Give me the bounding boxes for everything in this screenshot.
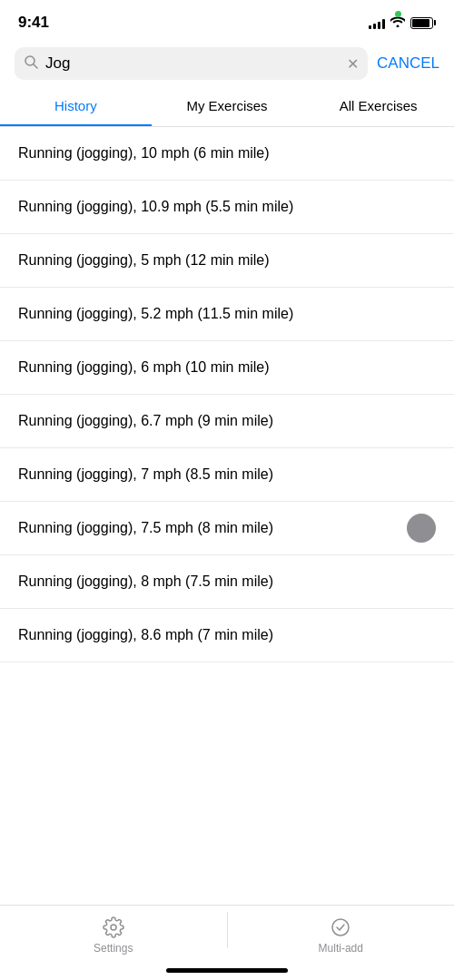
tabs-container: History My Exercises All Exercises [0, 87, 454, 127]
settings-label: Settings [94, 942, 133, 955]
exercise-item[interactable]: Running (jogging), 5 mph (12 min mile) [0, 234, 454, 288]
search-input[interactable] [45, 54, 340, 73]
exercise-item[interactable]: Running (jogging), 10 mph (6 min mile) [0, 127, 454, 181]
exercise-item[interactable]: Running (jogging), 10.9 mph (5.5 min mil… [0, 181, 454, 234]
search-input-wrap[interactable]: ✕ [15, 47, 368, 80]
exercise-item[interactable]: Running (jogging), 6 mph (10 min mile) [0, 341, 454, 395]
exercise-list: Running (jogging), 10 mph (6 min mile) R… [0, 127, 454, 662]
svg-line-1 [34, 64, 37, 68]
multi-add-label: Multi-add [319, 942, 363, 955]
clear-search-button[interactable]: ✕ [347, 55, 359, 73]
status-time: 9:41 [18, 14, 49, 32]
svg-point-2 [111, 925, 116, 930]
check-circle-icon [330, 916, 351, 938]
exercise-item[interactable]: Running (jogging), 7 mph (8.5 min mile) [0, 448, 454, 502]
exercise-item[interactable]: Running (jogging), 5.2 mph (11.5 min mil… [0, 288, 454, 341]
green-dot [395, 11, 401, 17]
settings-tab[interactable]: Settings [0, 916, 227, 955]
tab-my-exercises[interactable]: My Exercises [152, 87, 303, 126]
search-icon [24, 54, 38, 73]
home-indicator [166, 968, 288, 973]
multi-add-tab[interactable]: Multi-add [228, 916, 455, 955]
scroll-indicator [407, 514, 436, 543]
gear-icon [103, 916, 124, 938]
exercise-item[interactable]: Running (jogging), 8 mph (7.5 min mile) [0, 555, 454, 609]
wifi-icon [390, 16, 405, 30]
svg-point-3 [332, 919, 349, 936]
signal-icon [369, 16, 385, 29]
exercise-item[interactable]: Running (jogging), 6.7 mph (9 min mile) [0, 395, 454, 448]
exercise-item[interactable]: Running (jogging), 7.5 mph (8 min mile) [0, 502, 454, 555]
cancel-button[interactable]: CANCEL [377, 54, 439, 73]
status-bar: 9:41 [0, 0, 454, 40]
battery-icon [410, 17, 436, 29]
tab-history[interactable]: History [0, 87, 152, 126]
search-bar-container: ✕ CANCEL [0, 40, 454, 87]
tab-all-exercises[interactable]: All Exercises [302, 87, 454, 126]
exercise-item[interactable]: Running (jogging), 8.6 mph (7 min mile) [0, 609, 454, 662]
status-icons [369, 16, 436, 30]
